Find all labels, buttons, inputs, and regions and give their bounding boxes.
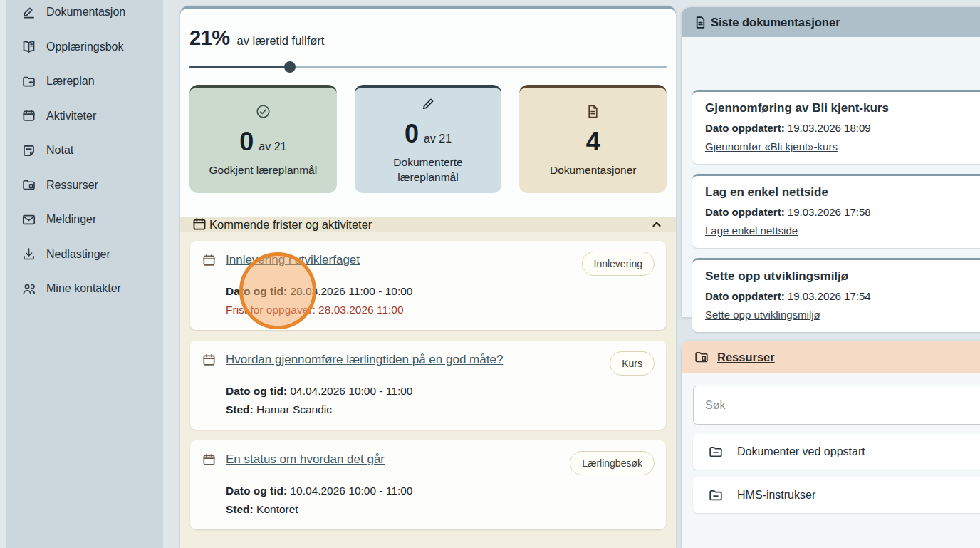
event-date-value: 28.03.2026 11:00 - 10:00 bbox=[290, 285, 412, 297]
sidebar-item-label: Dokumentasjon bbox=[46, 6, 125, 19]
sidebar-item-meldinger[interactable]: Meldinger bbox=[6, 202, 163, 237]
doc-date: Dato oppdatert: 19.03.2026 18:09 bbox=[705, 122, 980, 134]
note-icon bbox=[21, 143, 36, 158]
doc-task-link[interactable]: Sette opp utviklingsmiljø bbox=[705, 309, 820, 321]
upcoming-header: Kommende frister og aktiviteter bbox=[180, 217, 676, 232]
event-type-badge: Lærlingbesøk bbox=[570, 451, 655, 475]
search-input[interactable] bbox=[693, 386, 980, 425]
upcoming-list: Innlevering i utviklerfaget Innlevering … bbox=[180, 232, 676, 548]
stats-row: 0 av 21 Godkjent læreplanmål 0 av 21 Dok… bbox=[180, 85, 676, 193]
event-date-label: Dato og tid: bbox=[226, 385, 287, 397]
folder-plus-icon bbox=[21, 74, 36, 89]
doc-title-link[interactable]: Lag en enkel nettside bbox=[705, 185, 980, 200]
recent-docs-panel: Siste dokumentasjoner Gjennomføring av B… bbox=[682, 7, 980, 317]
resource-folder-row[interactable]: HMS-instrukser bbox=[693, 477, 980, 513]
event-date: Dato og tid: 10.04.2026 10:00 - 11:00 bbox=[226, 485, 655, 497]
upcoming-section: Kommende frister og aktiviteter Innlever… bbox=[180, 217, 676, 548]
resource-folder-label: HMS-instrukser bbox=[737, 489, 815, 502]
resource-folder-row[interactable]: Dokumenter ved oppstart bbox=[693, 434, 980, 470]
calendar-icon bbox=[192, 217, 207, 232]
sidebar-item-ressurser[interactable]: Ressurser bbox=[6, 168, 163, 203]
download-icon bbox=[21, 247, 36, 262]
progress-label: av læretid fullført bbox=[237, 34, 325, 48]
stat-value: 0 bbox=[239, 127, 254, 157]
calendar-icon bbox=[21, 108, 36, 123]
doc-card: Lag en enkel nettside Dato oppdatert: 19… bbox=[692, 174, 980, 248]
doc-task-link[interactable]: Gjennomfør «Bli kjent»-kurs bbox=[705, 140, 838, 152]
event-place: Sted: Hamar Scandic bbox=[226, 403, 655, 416]
event-card: Innlevering i utviklerfaget Innlevering … bbox=[190, 241, 666, 330]
doc-date: Dato oppdatert: 19.03.2026 17:54 bbox=[705, 290, 980, 302]
stat-documentations: 4 Dokumentasjoner bbox=[519, 85, 667, 193]
folder-icon bbox=[708, 444, 724, 460]
slider-thumb[interactable] bbox=[284, 61, 296, 73]
doc-card: Gjennomføring av Bli kjent-kurs Dato opp… bbox=[692, 90, 980, 164]
event-date-label: Dato og tid: bbox=[226, 485, 287, 497]
event-place-label: Sted: bbox=[226, 403, 254, 415]
doc-task-link[interactable]: Lage enkel nettside bbox=[705, 224, 798, 237]
resources-header: Ressurser bbox=[682, 341, 980, 373]
folder-icon bbox=[708, 487, 724, 503]
sidebar-item-label: Nedlastinger bbox=[46, 248, 110, 261]
sidebar-item-label: Ressurser bbox=[46, 179, 98, 192]
slider-fill bbox=[189, 66, 290, 68]
event-card: En status om hvordan det går Lærlingbesø… bbox=[190, 440, 666, 529]
sidebar-item-notat[interactable]: Notat bbox=[6, 133, 163, 168]
recent-docs-title: Siste dokumentasjoner bbox=[711, 16, 840, 29]
resources-title-link[interactable]: Ressurser bbox=[717, 351, 775, 364]
stat-documented-goals: 0 av 21 Dokumenterte læreplanmål bbox=[355, 85, 502, 193]
upcoming-title: Kommende frister og aktiviteter bbox=[209, 218, 372, 232]
sidebar-item-laereplan[interactable]: Læreplan bbox=[6, 64, 163, 99]
progress-block: 21% av læretid fullført bbox=[180, 9, 676, 73]
sidebar-item-opplaeringsbok[interactable]: Opplæringsbok bbox=[6, 30, 163, 65]
mail-icon bbox=[21, 212, 36, 227]
calendar-icon bbox=[202, 253, 217, 268]
event-title-link[interactable]: En status om hvordan det går bbox=[226, 453, 385, 467]
sidebar-item-dokumentasjon[interactable]: Dokumentasjon bbox=[6, 0, 163, 30]
resource-folder-label: Dokumenter ved oppstart bbox=[737, 445, 865, 458]
resources-panel: Ressurser Dokumenter ved oppstart HMS-in… bbox=[682, 341, 980, 548]
event-date: Dato og tid: 28.03.2026 11:00 - 10:00 bbox=[226, 285, 655, 298]
calendar-icon bbox=[202, 453, 217, 467]
file-icon bbox=[693, 15, 708, 30]
stat-value: 0 bbox=[405, 119, 419, 149]
pencil-icon bbox=[420, 95, 437, 112]
sidebar-item-label: Opplæringsbok bbox=[46, 41, 124, 53]
event-place: Sted: Kontoret bbox=[226, 503, 655, 516]
pagination: 1-3 av 3 bbox=[190, 540, 666, 548]
documentations-link[interactable]: Dokumentasjoner bbox=[550, 163, 636, 178]
doc-title-link[interactable]: Sette opp utviklingsmiljø bbox=[705, 269, 980, 284]
stat-suffix: av 21 bbox=[259, 140, 286, 153]
stat-label: Dokumenterte læreplanmål bbox=[362, 155, 495, 185]
stat-approved-goals: 0 av 21 Godkjent læreplanmål bbox=[189, 85, 337, 193]
event-title-link[interactable]: Innlevering i utviklerfaget bbox=[226, 253, 360, 267]
progress-slider[interactable] bbox=[189, 61, 667, 73]
folder-file-icon bbox=[694, 349, 709, 365]
calendar-icon bbox=[202, 353, 217, 368]
progress-percent: 21% bbox=[189, 26, 230, 50]
doc-title-link[interactable]: Gjennomføring av Bli kjent-kurs bbox=[705, 101, 980, 115]
recent-docs-header: Siste dokumentasjoner bbox=[682, 7, 980, 37]
chevron-up-icon[interactable] bbox=[649, 217, 664, 232]
book-icon bbox=[21, 39, 36, 54]
stat-value: 4 bbox=[586, 127, 600, 157]
sidebar-item-label: Aktiviteter bbox=[46, 110, 96, 123]
doc-date-value: 19.03.2026 18:09 bbox=[788, 122, 871, 134]
event-deadline-value: 28.03.2026 11:00 bbox=[318, 304, 404, 316]
sidebar-item-mine-kontakter[interactable]: Mine kontakter bbox=[6, 272, 163, 306]
sidebar-item-label: Meldinger bbox=[46, 213, 96, 226]
event-date-value: 10.04.2026 10:00 - 11:00 bbox=[290, 485, 412, 497]
event-place-value: Kontoret bbox=[256, 503, 298, 515]
sidebar-item-nedlastinger[interactable]: Nedlastinger bbox=[6, 237, 163, 272]
doc-date-label: Dato oppdatert: bbox=[705, 290, 785, 302]
users-icon bbox=[21, 281, 36, 296]
doc-date-label: Dato oppdatert: bbox=[705, 206, 785, 218]
event-title-link[interactable]: Hvordan gjennomføre lærlingtiden på en g… bbox=[226, 353, 503, 367]
sidebar-item-label: Mine kontakter bbox=[46, 282, 121, 295]
doc-date-label: Dato oppdatert: bbox=[705, 122, 785, 134]
event-place-label: Sted: bbox=[226, 503, 254, 515]
sidebar-item-aktiviteter[interactable]: Aktiviteter bbox=[6, 99, 163, 134]
sidebar-item-label: Notat bbox=[46, 144, 73, 157]
event-date-label: Dato og tid: bbox=[226, 285, 287, 297]
stat-label: Godkjent læreplanmål bbox=[209, 163, 318, 178]
